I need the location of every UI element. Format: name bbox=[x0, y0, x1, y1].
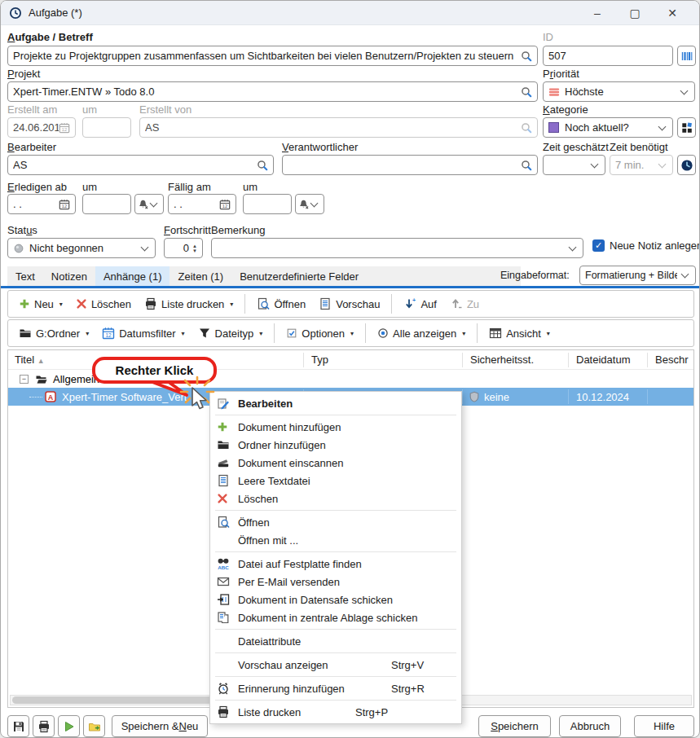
caret-down-icon[interactable]: ▾ bbox=[547, 330, 550, 337]
column-titel[interactable]: Titel ▲ bbox=[15, 354, 45, 366]
kategorie-label: Kategorie bbox=[543, 103, 588, 116]
menu-item-bearbeiten[interactable]: Bearbeiten bbox=[210, 394, 461, 412]
menu-item-oeffnen-mit[interactable]: Öffnen mit ... bbox=[210, 531, 461, 549]
column-sicherheitsst[interactable]: Sicherheitsst. bbox=[470, 354, 534, 366]
ansicht-button[interactable]: Ansicht▾ bbox=[485, 327, 554, 340]
time-tracking-button[interactable] bbox=[677, 155, 696, 175]
caret-down-icon[interactable]: ▾ bbox=[259, 330, 262, 337]
faellig-reminder-button[interactable] bbox=[295, 194, 324, 214]
erledigen-um-input[interactable] bbox=[82, 194, 131, 214]
print-icon-button[interactable] bbox=[33, 715, 55, 737]
vorschau-button[interactable]: Vorschau bbox=[315, 297, 384, 310]
toolbar-separator bbox=[391, 294, 392, 314]
erledigen-ab-date-input[interactable]: . . bbox=[7, 194, 76, 214]
abbruch-button[interactable]: Abbruch bbox=[559, 715, 621, 737]
spinner-arrows-icon[interactable]: ▲▼ bbox=[192, 244, 197, 253]
liste-drucken-button[interactable]: Liste drucken▾ bbox=[140, 297, 237, 310]
loeschen-button[interactable]: Löschen bbox=[72, 298, 135, 310]
scanner-icon bbox=[217, 456, 238, 469]
hilfe-button[interactable]: Hilfe bbox=[634, 715, 694, 737]
neu-button[interactable]: Neu▾ bbox=[15, 298, 67, 310]
menu-item-dokument-hinzufuegen[interactable]: Dokument hinzufügen bbox=[210, 418, 461, 436]
column-beschr[interactable]: Beschr bbox=[655, 354, 688, 366]
neue-notiz-checkbox[interactable]: ✓ Neue Notiz anlegen bbox=[592, 239, 700, 252]
column-typ[interactable]: Typ bbox=[311, 354, 328, 366]
chevron-down-icon[interactable] bbox=[310, 199, 319, 207]
menu-item-ordner-hinzufuegen[interactable]: Ordner hinzufügen bbox=[210, 436, 461, 454]
search-icon[interactable] bbox=[521, 51, 532, 62]
verantwortlicher-input[interactable] bbox=[282, 155, 538, 175]
id-input[interactable]: 507 bbox=[543, 46, 673, 66]
start-timer-button[interactable] bbox=[58, 715, 80, 737]
table-view-icon bbox=[489, 327, 502, 340]
calendar-icon[interactable] bbox=[219, 199, 231, 210]
category-manager-button[interactable] bbox=[677, 117, 696, 138]
optionen-button[interactable]: Optionen▾ bbox=[282, 327, 358, 340]
caret-down-icon[interactable]: ▾ bbox=[230, 301, 233, 308]
dateityp-button[interactable]: Dateityp▾ bbox=[194, 327, 267, 340]
menu-item-email-versenden[interactable]: Per E-Mail versenden bbox=[210, 573, 461, 591]
caret-down-icon[interactable]: ▾ bbox=[59, 301, 63, 308]
eingabeformat-select[interactable]: Formatierung + Bilder bbox=[579, 266, 696, 285]
menu-item-liste-drucken[interactable]: Liste drucken Strg+P bbox=[210, 703, 461, 721]
status-select[interactable]: Nicht begonnen bbox=[7, 238, 156, 258]
menu-item-datei-finden[interactable]: Datei auf Festplatte finden bbox=[210, 555, 461, 573]
tab-anhaenge[interactable]: Anhänge (1) bbox=[95, 266, 170, 286]
bearbeiter-input[interactable]: AS bbox=[7, 155, 274, 175]
barcode-button[interactable] bbox=[677, 46, 696, 66]
tab-benutzerdefinierte-felder[interactable]: Benutzerdefinierte Felder bbox=[231, 266, 367, 286]
zeit-geschaetzt-select[interactable] bbox=[543, 155, 605, 175]
caret-down-icon[interactable]: ▾ bbox=[350, 330, 354, 337]
tab-zeiten[interactable]: Zeiten (1) bbox=[169, 266, 231, 286]
caret-down-icon[interactable]: ▾ bbox=[86, 330, 89, 337]
window-title: Aufgabe (*) bbox=[29, 7, 82, 19]
search-icon[interactable] bbox=[521, 86, 532, 98]
menu-item-erinnerung-hinzufuegen[interactable]: Erinnerung hinzufügen Strg+R bbox=[210, 679, 461, 697]
speichern-und-neu-button[interactable]: Speichern & Neu bbox=[112, 715, 208, 737]
menu-item-leere-textdatei[interactable]: Leere Textdatei bbox=[210, 472, 461, 490]
search-icon[interactable] bbox=[257, 160, 268, 171]
id-value: 507 bbox=[548, 50, 667, 62]
search-icon[interactable] bbox=[521, 160, 532, 171]
alarm-clock-icon bbox=[217, 682, 238, 695]
menu-item-datensafe[interactable]: Dokument in Datensafe schicken bbox=[210, 591, 461, 608]
oeffnen-button[interactable]: Öffnen bbox=[253, 297, 310, 310]
faellig-am-date-input[interactable]: . . bbox=[168, 194, 236, 214]
caret-down-icon[interactable]: ▾ bbox=[462, 330, 465, 337]
tree-collapse-icon[interactable]: − bbox=[20, 375, 29, 384]
play-icon bbox=[63, 720, 76, 733]
datumsfilter-button[interactable]: Datumsfilter▾ bbox=[98, 327, 188, 340]
checkbox-checked-icon[interactable]: ✓ bbox=[592, 239, 605, 252]
close-button[interactable]: ✕ bbox=[654, 1, 691, 25]
menu-item-vorschau-anzeigen[interactable]: Vorschau anzeigen Strg+V bbox=[210, 656, 461, 674]
ordner-button[interactable]: G:Ordner▾ bbox=[15, 327, 93, 340]
menu-item-oeffnen[interactable]: Öffnen bbox=[210, 513, 461, 531]
speichern-button[interactable]: Speichern bbox=[478, 715, 551, 737]
prioritaet-select[interactable]: Höchste bbox=[543, 81, 695, 102]
chevron-down-icon[interactable] bbox=[150, 199, 158, 207]
menu-item-dateiattribute[interactable]: Dateiattribute bbox=[210, 632, 461, 650]
column-dateidatum[interactable]: Dateidatum bbox=[576, 354, 630, 366]
erledigen-reminder-button[interactable] bbox=[134, 194, 164, 214]
kategorie-select[interactable]: Noch aktuell? bbox=[543, 117, 673, 138]
alle-anzeigen-button[interactable]: Alle anzeigen▾ bbox=[373, 327, 469, 340]
menu-item-zentrale-ablage[interactable]: Dokument in zentrale Ablage schicken bbox=[210, 608, 461, 626]
maximize-button[interactable]: ▢ bbox=[616, 1, 654, 25]
aufgabe-input[interactable]: Projekte zu Projektgruppen zusammenfasse… bbox=[7, 46, 538, 66]
menu-item-loeschen[interactable]: Löschen bbox=[210, 490, 461, 507]
fortschritt-label: Fortschritt bbox=[164, 224, 211, 236]
caret-down-icon[interactable]: ▾ bbox=[182, 330, 185, 337]
tab-notizen[interactable]: Notizen bbox=[43, 266, 95, 286]
tab-text[interactable]: Text bbox=[7, 266, 43, 286]
bemerkung-select[interactable] bbox=[211, 238, 583, 258]
projekt-input[interactable]: Xpert-Timer.ENTW » Todo 8.0 bbox=[7, 81, 538, 102]
fortschritt-stepper[interactable]: 0 ▲▼ bbox=[164, 238, 203, 258]
export-button[interactable] bbox=[83, 715, 105, 737]
calendar-icon[interactable] bbox=[59, 199, 70, 210]
menu-item-dokument-einscannen[interactable]: Dokument einscannen bbox=[210, 454, 461, 472]
save-icon-button[interactable] bbox=[7, 715, 29, 737]
auf-button[interactable]: Auf bbox=[399, 297, 441, 310]
safe-icon bbox=[217, 593, 238, 606]
minimize-button[interactable]: – bbox=[579, 1, 616, 25]
faellig-um-input[interactable] bbox=[243, 194, 292, 214]
